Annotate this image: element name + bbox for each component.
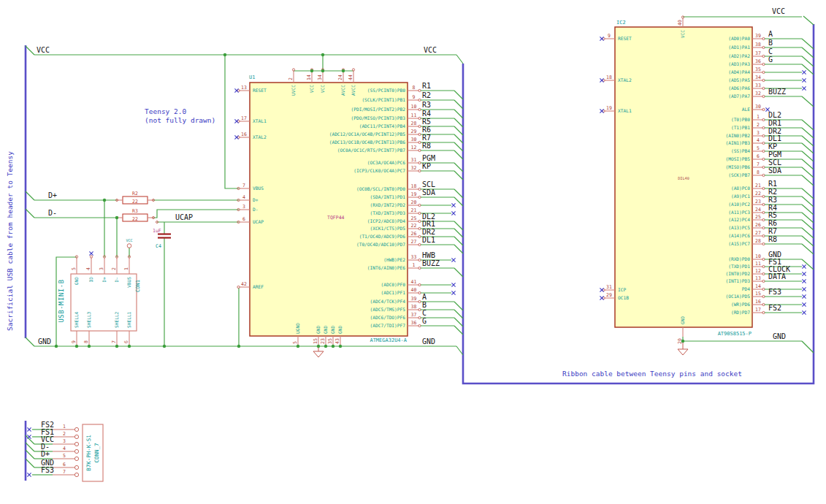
- pin-name: XTAL2: [253, 134, 267, 140]
- net-label: R1: [768, 180, 777, 188]
- usb-value: USB-MINI-B: [58, 279, 65, 322]
- bus-entry: [454, 326, 463, 335]
- pin-end: [762, 218, 765, 221]
- pin-name: D+: [102, 277, 107, 283]
- net-label: G: [768, 56, 773, 64]
- junction-dot: [297, 345, 299, 348]
- pin-end: [762, 46, 765, 48]
- pin-number: 40: [677, 20, 683, 26]
- pin-end: [418, 204, 421, 206]
- pin-name: (T1/OC4D/ADC9)PD6: [359, 234, 406, 239]
- pin-number: 22: [411, 223, 417, 229]
- net-label: SCL: [422, 180, 435, 188]
- ic2-value: AT90S8515-P: [718, 331, 752, 337]
- pin-number: 6: [63, 462, 66, 467]
- pin-name: RESET: [618, 36, 632, 41]
- bus-entry: [802, 175, 814, 186]
- pin-name: UCAP: [253, 219, 264, 224]
- pin-name: (A8)PC0: [731, 186, 750, 191]
- pin-end: [418, 324, 421, 327]
- junction-dot: [88, 345, 91, 348]
- pin-number: 11: [755, 261, 761, 267]
- pin-number: 33: [755, 83, 761, 88]
- pin-name: SHELL3: [86, 311, 91, 328]
- c4-value: 1uF: [153, 228, 161, 234]
- pin-number: 1: [757, 114, 760, 120]
- pin-number: 9: [71, 340, 77, 343]
- pin-number: 24: [337, 75, 343, 80]
- note-teensy-line2: (not fully drawn): [145, 116, 215, 124]
- bus-entry: [802, 259, 814, 270]
- pin-number: 5: [292, 341, 298, 344]
- pin-number: 1: [123, 267, 129, 270]
- pin-number: 7: [111, 340, 117, 343]
- pin-name: (PDI/MOSI/PCINT2)PB2: [351, 107, 405, 112]
- pin-number: 27: [755, 230, 761, 236]
- net-label: D-: [48, 209, 57, 217]
- pin-name: GND: [330, 326, 335, 334]
- pin-name: (SDA/INT1)PD1: [370, 194, 406, 199]
- pin-name: (SCK)PB7: [728, 172, 750, 177]
- pin-name: GND: [74, 277, 79, 285]
- pin-end: [762, 118, 765, 121]
- bus-entry: [802, 56, 814, 66]
- pin-number: 21: [411, 207, 417, 213]
- pin-name: (A10)PC2: [728, 202, 750, 207]
- pin-name: (WR)PD6: [731, 302, 750, 307]
- pin-number: 10: [411, 104, 417, 110]
- pin-end: [762, 108, 765, 110]
- pin-end: [762, 211, 765, 213]
- pin-number: 40: [411, 287, 417, 293]
- pin-name: (ADC13/OC1B/OC4B/PCINT13)PB6: [329, 140, 406, 145]
- bus-entry: [456, 55, 463, 64]
- pin-number: 44: [348, 75, 353, 80]
- pin-end: [762, 187, 765, 189]
- pin-end: [762, 174, 765, 176]
- net-label: R6: [422, 126, 431, 134]
- schematic-canvas: Teensy 2.0 (not fully drawn) Ribbon cabl…: [0, 0, 826, 504]
- net-label: A: [768, 30, 773, 38]
- pin-end: [762, 71, 765, 73]
- net-label: SDA: [422, 188, 435, 196]
- bus-entry: [802, 205, 814, 215]
- pin-name: (AD2)PA2: [728, 53, 750, 58]
- pin-end: [762, 311, 765, 313]
- bus-entry: [454, 126, 463, 135]
- bus-entry: [26, 443, 34, 451]
- pin-name: (T0)PB0: [731, 117, 750, 122]
- pin-end: [418, 99, 421, 101]
- pin-number: 21: [755, 183, 761, 188]
- pin-name: AREF: [253, 284, 264, 289]
- pin-name: XTAL1: [618, 108, 632, 113]
- bus-entry: [454, 318, 463, 327]
- pin-name: D-: [114, 277, 119, 282]
- pin-number: 18: [606, 75, 612, 80]
- pin-number: 33: [411, 254, 417, 260]
- ic2-reference: IC2: [616, 20, 626, 26]
- bus-entry: [26, 450, 34, 459]
- bus-entry: [454, 100, 463, 109]
- pin-number: 34: [755, 75, 761, 80]
- pin-name: D+: [253, 197, 259, 202]
- pin-name: (A14)PC6: [728, 233, 750, 238]
- vcc-power-symbol-icon: [127, 244, 131, 248]
- net-label: R3: [768, 196, 777, 204]
- pin-name: (ADC11/PCINT4)PB4: [359, 123, 406, 129]
- bus-entry: [802, 96, 814, 107]
- pin-name: SHELL1: [126, 311, 131, 328]
- net-label: R3: [422, 101, 431, 109]
- bus-entry: [802, 159, 814, 169]
- pin-number: 14: [755, 283, 761, 289]
- pin-number: 38: [411, 304, 417, 310]
- bus-entry: [26, 46, 34, 55]
- pin-end: [762, 258, 765, 260]
- junction-dot: [128, 345, 131, 348]
- pin-end: [762, 226, 765, 229]
- bus-entry: [454, 91, 463, 99]
- junction-dot: [103, 199, 106, 202]
- bus-entry: [802, 167, 814, 177]
- pin-number: 28: [755, 238, 761, 244]
- pin-number: 42: [241, 281, 247, 287]
- pin-name: GND: [680, 316, 685, 324]
- pin-end: [762, 95, 765, 97]
